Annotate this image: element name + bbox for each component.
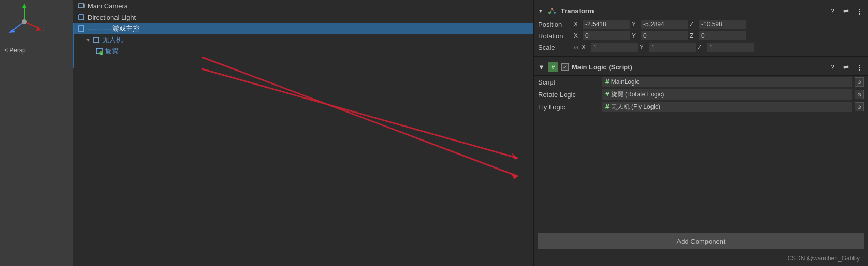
hierarchy-item-xuanyi[interactable]: + 旋翼 <box>73 46 533 57</box>
rotation-y-input[interactable] <box>641 31 688 40</box>
rotate-logic-label: Rotate Logic <box>538 91 600 99</box>
transform-more-icon[interactable]: ⋮ <box>855 7 864 15</box>
rotation-row: Rotation X Y Z <box>534 30 868 41</box>
hierarchy-item-main-camera[interactable]: Main Camera <box>73 0 533 11</box>
youxi-zhukong-label: -----------游戏主控 <box>88 24 139 33</box>
directional-light-label: Directional Light <box>88 13 136 21</box>
script-hash-icon: # <box>548 62 558 72</box>
rotate-logic-text: 旋翼 (Rotate Logic) <box>611 90 664 99</box>
rotation-y-axis: Y <box>632 32 639 39</box>
light-icon <box>77 13 85 21</box>
script-field-row: Script # MainLogic ⊙ <box>534 76 868 88</box>
camera-icon <box>77 2 85 10</box>
scale-z-input[interactable] <box>707 43 754 52</box>
scale-z-axis: Z <box>698 44 705 51</box>
script-field-hash-icon: # <box>605 78 609 86</box>
svg-text:Z: Z <box>23 3 26 9</box>
hierarchy-item-youxi-zhukong[interactable]: -----------游戏主控 <box>73 23 533 34</box>
main-camera-label: Main Camera <box>88 2 128 10</box>
scale-lock-icon[interactable]: ⊘ <box>574 44 578 51</box>
svg-line-25 <box>549 9 552 13</box>
svg-rect-11 <box>79 15 84 20</box>
blue-bar <box>73 23 74 68</box>
position-y-axis: Y <box>632 21 639 28</box>
fly-logic-value[interactable]: # 无人机 (Fly Logic) <box>602 102 852 112</box>
svg-marker-10 <box>83 4 84 8</box>
position-y-input[interactable] <box>641 20 688 29</box>
cube-plus-icon-xuanyi: + <box>96 48 103 55</box>
svg-marker-7 <box>9 29 16 33</box>
scale-row: Scale ⊘ X Y Z <box>534 41 868 53</box>
transform-icon <box>546 5 558 17</box>
hierarchy-item-wurenji[interactable]: ▼ 无人机 <box>73 34 533 46</box>
svg-rect-13 <box>94 37 99 43</box>
svg-text:+: + <box>100 52 103 55</box>
transform-collapse-icon[interactable]: ▼ <box>538 8 543 14</box>
scale-label: Scale <box>538 44 572 51</box>
cube-icon-youxi <box>77 24 85 33</box>
script-collapse-icon[interactable]: ▼ <box>538 63 545 71</box>
script-field-value[interactable]: # MainLogic <box>602 77 852 87</box>
fly-logic-target-button[interactable]: ⊙ <box>855 102 864 111</box>
scale-x-input[interactable] <box>591 43 638 52</box>
hierarchy-panel: Main Camera Directional Light ----------… <box>73 0 533 266</box>
script-section: ▼ # Main Logic (Script) ? ⇌ ⋮ Script # M… <box>534 57 868 115</box>
hierarchy-item-directional-light[interactable]: Directional Light <box>73 11 533 23</box>
collapse-arrow-wurenji[interactable]: ▼ <box>85 37 91 43</box>
transform-settings-icon[interactable]: ⇌ <box>841 7 850 15</box>
transform-title: Transform <box>561 7 824 15</box>
inspector-panel: ▼ Transform ? ⇌ ⋮ Position X <box>533 0 868 266</box>
scene-gizmo: Z X <box>5 3 47 44</box>
script-target-button[interactable]: ⊙ <box>855 77 864 87</box>
svg-point-8 <box>22 19 27 24</box>
position-x-input[interactable] <box>583 20 630 29</box>
script-more-icon[interactable]: ⋮ <box>855 63 864 71</box>
rotation-x-axis: X <box>574 32 581 39</box>
scale-x-axis: X <box>582 44 589 51</box>
watermark: CSDN @wanchen_Gabby <box>530 253 864 264</box>
rotation-z-axis: Z <box>690 32 697 39</box>
transform-header: ▼ Transform ? ⇌ ⋮ <box>534 3 868 19</box>
position-x-axis: X <box>574 21 581 28</box>
rotate-logic-target-button[interactable]: ⊙ <box>855 90 864 99</box>
script-field-label: Script <box>538 78 600 86</box>
script-header: ▼ # Main Logic (Script) ? ⇌ ⋮ <box>534 59 868 76</box>
rotate-logic-row: Rotate Logic # 旋翼 (Rotate Logic) ⊙ <box>534 88 868 101</box>
position-z-input[interactable] <box>699 20 746 29</box>
svg-marker-4 <box>36 26 41 31</box>
script-settings-icon[interactable]: ⇌ <box>841 63 850 71</box>
svg-rect-12 <box>79 26 84 31</box>
position-row: Position X Y Z <box>534 19 868 30</box>
rotate-logic-hash-icon: # <box>605 91 609 98</box>
scale-y-input[interactable] <box>649 43 696 52</box>
add-component-button[interactable]: Add Component <box>538 233 864 249</box>
position-z-axis: Z <box>690 21 697 28</box>
fly-logic-row: Fly Logic # 无人机 (Fly Logic) ⊙ <box>534 101 868 113</box>
fly-logic-text: 无人机 (Fly Logic) <box>611 103 660 111</box>
cube-icon-wurenji <box>92 36 100 44</box>
rotation-label: Rotation <box>538 32 572 40</box>
transform-section-icons: ? ⇌ ⋮ <box>828 7 864 15</box>
fly-logic-hash-icon: # <box>605 103 609 110</box>
transform-help-icon[interactable]: ? <box>828 7 837 15</box>
svg-text:X: X <box>42 26 44 32</box>
wurenji-label: 无人机 <box>103 35 123 45</box>
script-help-icon[interactable]: ? <box>828 63 837 71</box>
script-field-text: MainLogic <box>611 78 640 86</box>
xuanyi-label: 旋翼 <box>105 47 119 56</box>
fly-logic-label: Fly Logic <box>538 103 600 111</box>
scale-y-axis: Y <box>640 44 647 51</box>
script-enabled-checkbox[interactable] <box>561 63 569 71</box>
rotation-x-input[interactable] <box>583 31 630 40</box>
rotate-logic-value[interactable]: # 旋翼 (Rotate Logic) <box>602 89 852 100</box>
transform-section: ▼ Transform ? ⇌ ⋮ Position X <box>534 0 868 57</box>
script-title: Main Logic (Script) <box>572 63 824 71</box>
add-component-section: Add Component <box>534 115 868 255</box>
script-section-icons: ? ⇌ ⋮ <box>828 63 864 71</box>
svg-line-24 <box>552 9 555 13</box>
scene-panel: Z X < Persp Main Camera <box>0 0 533 266</box>
persp-label: < Persp <box>4 47 26 54</box>
rotation-z-input[interactable] <box>699 31 746 40</box>
position-label: Position <box>538 21 572 29</box>
